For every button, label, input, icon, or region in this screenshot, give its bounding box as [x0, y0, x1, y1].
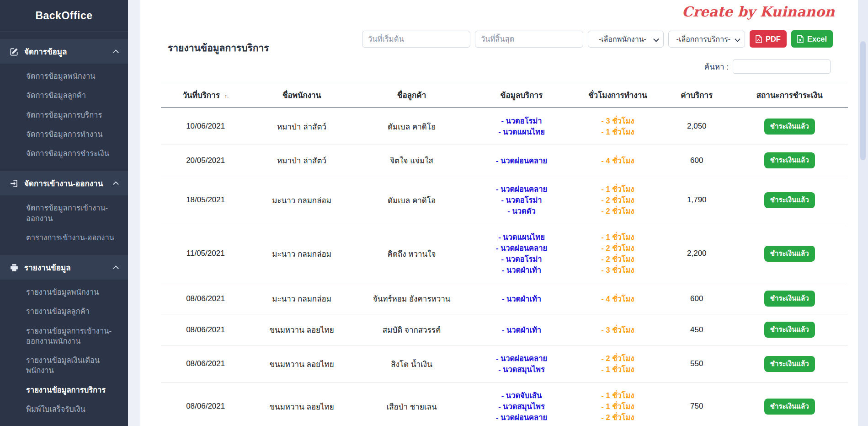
filter-toolbar: -เลือกพนักงาน- -เลือกการบริการ- PDF Exce…: [362, 30, 833, 48]
service-report-table: วันที่บริการ↑↓ชื่อพนักงานชื่อลูกค้าข้อมู…: [161, 83, 848, 426]
sidebar-item[interactable]: พิมพ์ใบเสร็จรับเงิน: [0, 399, 128, 419]
scrollbar-track[interactable]: [858, 0, 868, 426]
cell-hours: - 1 ชั่วโมง- 1 ชั่วโมง- 2 ชั่วโมง: [573, 383, 662, 426]
column-header[interactable]: วันที่บริการ↑↓: [161, 83, 250, 108]
sidebar: BackOffice จัดการข้อมูล จัดการข้อมูลพนัก…: [0, 0, 128, 426]
sidebar-item[interactable]: จัดการข้อมูลการชำระเงิน: [0, 144, 128, 163]
excel-button-label: Excel: [807, 35, 827, 43]
sidebar-item[interactable]: รายงานข้อมูลลูกค้า: [0, 302, 128, 321]
cell-service-date: 10/06/2021: [161, 108, 250, 145]
sidebar-item[interactable]: รายงานข้อมูลพนักงาน: [0, 282, 128, 302]
cell-customer-name: สมบัติ จากสวรรค์: [353, 314, 470, 345]
chevron-up-icon: [113, 181, 119, 187]
table-row: 10/06/2021 หมาป่า ล่าสัตว์ ดัมเบล คาดิโอ…: [161, 108, 848, 145]
file-pdf-icon: [756, 35, 762, 43]
sidebar-item[interactable]: ตารางการเข้างาน-ออกงาน: [0, 228, 128, 247]
sidebar-item[interactable]: รายงานข้อมูลการเข้างาน-ออกงานพนักงาน: [0, 321, 128, 351]
cell-service-date: 08/06/2021: [161, 345, 250, 383]
cell-hours: - 3 ชั่วโมง- 1 ชั่วโมง: [573, 108, 662, 145]
column-header[interactable]: ชื่อพนักงาน: [250, 83, 353, 108]
sidebar-section-label: จัดการข้อมูล: [24, 45, 67, 58]
cell-service-date: 08/06/2021: [161, 383, 250, 426]
cell-payment-status: ชำระเงินแล้ว: [731, 383, 848, 426]
cell-hours: - 1 ชั่วโมง- 2 ชั่วโมง- 2 ชั่วโมง: [573, 176, 662, 224]
cell-employee-name: มะนาว กลมกล่อม: [250, 283, 353, 314]
app-brand: BackOffice: [0, 0, 128, 32]
cell-price: 600: [662, 283, 731, 314]
employee-select[interactable]: -เลือกพนักงาน-: [588, 31, 664, 48]
search-row: ค้นหา :: [704, 59, 831, 74]
table-header-row: วันที่บริการ↑↓ชื่อพนักงานชื่อลูกค้าข้อมู…: [161, 83, 848, 108]
column-header[interactable]: ชื่อลูกค้า: [353, 83, 470, 108]
sidebar-item[interactable]: รายงานข้อมูลเงินเดือนพนักงาน: [0, 351, 128, 380]
page-title: รายงานข้อมูลการบริการ: [168, 40, 269, 55]
status-badge: ชำระเงินแล้ว: [764, 399, 815, 415]
start-date-input[interactable]: [362, 31, 470, 48]
page: BackOffice จัดการข้อมูล จัดการข้อมูลพนัก…: [0, 0, 868, 426]
cell-employee-name: ขนมหวาน ลอยไทย: [250, 314, 353, 345]
cell-customer-name: คิดถึง หวานใจ: [353, 224, 470, 283]
cell-hours: - 1 ชั่วโมง- 2 ชั่วโมง- 2 ชั่วโมง- 3 ชั่…: [573, 224, 662, 283]
cell-services: - นวดแผนไทย- นวดผ่อนคลาย- นวดอโรม่า- นวด…: [470, 224, 573, 283]
cell-payment-status: ชำระเงินแล้ว: [731, 283, 848, 314]
sidebar-section-label: รายงานข้อมูล: [24, 261, 71, 274]
service-select[interactable]: -เลือกการบริการ-: [668, 31, 745, 48]
sidebar-item[interactable]: จัดการข้อมูลลูกค้า: [0, 86, 128, 105]
printer-icon: [10, 264, 18, 272]
status-badge: ชำระเงินแล้ว: [764, 152, 815, 168]
sidebar-section-header[interactable]: รายงานข้อมูล: [0, 255, 128, 280]
cell-service-date: 20/05/2021: [161, 145, 250, 176]
column-header[interactable]: สถานะการชำระเงิน: [731, 83, 848, 108]
status-badge: ชำระเงินแล้ว: [764, 119, 815, 135]
cell-customer-name: จิตใจ แจ่มใส: [353, 145, 470, 176]
cell-service-date: 18/05/2021: [161, 176, 250, 224]
cell-service-date: 11/05/2021: [161, 224, 250, 283]
table-row: 08/06/2021 ขนมหวาน ลอยไทย สมบัติ จากสวรร…: [161, 314, 848, 345]
main-content: Create by Kuinanon รายงานข้อมูลการบริการ…: [140, 0, 858, 426]
service-select-value: -เลือกการบริการ-: [676, 33, 731, 45]
sidebar-item[interactable]: จัดการข้อมูลพนักงาน: [0, 66, 128, 86]
sidebar-item[interactable]: รายงานข้อมูลการบริการ: [0, 380, 128, 399]
cell-services: - นวดผ่อนคลาย: [470, 145, 573, 176]
sign-in-icon: [10, 179, 18, 188]
excel-export-button[interactable]: Excel: [791, 30, 833, 48]
table-row: 08/06/2021 ขนมหวาน ลอยไทย เสือป่า ชายเลน…: [161, 383, 848, 426]
cell-hours: - 4 ชั่วโมง: [573, 145, 662, 176]
employee-select-value: -เลือกพนักงาน-: [599, 33, 646, 45]
sidebar-section-header[interactable]: จัดการเข้างาน-ออกงาน: [0, 171, 128, 195]
column-header[interactable]: ค่าบริการ: [662, 83, 731, 108]
cell-employee-name: มะนาว กลมกล่อม: [250, 224, 353, 283]
cell-hours: - 2 ชั่วโมง- 1 ชั่วโมง: [573, 345, 662, 383]
sidebar-section: รายงานข้อมูล รายงานข้อมูลพนักงาน รายงานข…: [0, 255, 128, 420]
cell-employee-name: หมาป่า ล่าสัตว์: [250, 145, 353, 176]
end-date-input[interactable]: [475, 31, 583, 48]
sidebar-section-header[interactable]: จัดการข้อมูล: [0, 39, 128, 64]
sidebar-section-items: จัดการข้อมูลพนักงาน จัดการข้อมูลลูกค้า จ…: [0, 64, 128, 164]
search-input[interactable]: [733, 59, 831, 74]
cell-payment-status: ชำระเงินแล้ว: [731, 314, 848, 345]
cell-price: 450: [662, 314, 731, 345]
sidebar-item[interactable]: จัดการข้อมูลการบริการ: [0, 105, 128, 124]
sidebar-section-items: จัดการข้อมูลการเข้างาน-ออกงาน ตารางการเข…: [0, 195, 128, 248]
status-badge: ชำระเงินแล้ว: [764, 322, 815, 338]
table-row: 11/05/2021 มะนาว กลมกล่อม คิดถึง หวานใจ …: [161, 224, 848, 283]
scrollbar-thumb[interactable]: [860, 41, 866, 160]
search-label: ค้นหา :: [704, 60, 729, 73]
column-header[interactable]: ข้อมูลบริการ: [470, 83, 573, 108]
cell-customer-name: ดัมเบล คาดิโอ: [353, 176, 470, 224]
sidebar-item[interactable]: จัดการข้อมูลการเข้างาน-ออกงาน: [0, 198, 128, 228]
cell-customer-name: เสือป่า ชายเลน: [353, 383, 470, 426]
cell-employee-name: มะนาว กลมกล่อม: [250, 176, 353, 224]
sidebar-section-label: จัดการเข้างาน-ออกงาน: [24, 177, 103, 189]
table-row: 20/05/2021 หมาป่า ล่าสัตว์ จิตใจ แจ่มใส …: [161, 145, 848, 176]
cell-customer-name: สิงโต น้ำเงิน: [353, 345, 470, 383]
cell-services: - นวดอโรม่า- นวดแผนไทย: [470, 108, 573, 145]
pdf-export-button[interactable]: PDF: [750, 30, 787, 48]
sidebar-section: จัดการข้อมูล จัดการข้อมูลพนักงาน จัดการข…: [0, 39, 128, 164]
cell-payment-status: ชำระเงินแล้ว: [731, 145, 848, 176]
status-badge: ชำระเงินแล้ว: [764, 356, 815, 372]
column-header[interactable]: ชั่วโมงการทำงาน: [573, 83, 662, 108]
chevron-up-icon: [113, 49, 119, 55]
sidebar-item[interactable]: จัดการข้อมูลการทำงาน: [0, 124, 128, 144]
sidebar-section-items: รายงานข้อมูลพนักงาน รายงานข้อมูลลูกค้า ร…: [0, 280, 128, 420]
